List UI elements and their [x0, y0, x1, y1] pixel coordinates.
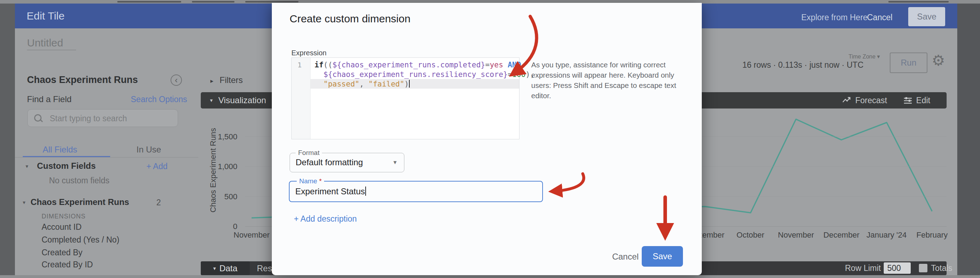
modal-title: Create custom dimension: [290, 13, 410, 25]
dimensions-section-header: DIMENSIONS: [41, 213, 86, 220]
field-item[interactable]: Account ID: [41, 222, 82, 232]
time-zone-dropdown[interactable]: Time Zone ▾: [848, 53, 880, 60]
field-search-input[interactable]: Start typing to search: [27, 109, 178, 127]
x-axis-tick: November: [778, 231, 814, 240]
add-description-link[interactable]: + Add description: [294, 214, 357, 224]
edit-tile-cancel-button[interactable]: Cancel: [867, 13, 892, 22]
line-number: 1: [292, 61, 307, 69]
view-group-header[interactable]: Chaos Experiment Runs: [30, 197, 129, 207]
tab-all-fields[interactable]: All Fields: [43, 145, 77, 155]
chevron-down-icon[interactable]: ▾: [25, 163, 29, 169]
totals-checkbox[interactable]: [919, 264, 928, 272]
explore-from-here-link[interactable]: Explore from Here: [801, 13, 868, 22]
forecast-button[interactable]: Forecast: [843, 96, 887, 105]
sliders-edit-icon: [903, 96, 913, 104]
edit-tile-save-button[interactable]: Save: [908, 7, 945, 26]
format-select[interactable]: Format Default formatting ▼: [290, 153, 404, 172]
find-a-field-label: Find a Field: [27, 94, 72, 104]
expression-label: Expression: [291, 49, 326, 57]
view-field-count: 2: [156, 198, 161, 207]
name-field[interactable]: Name * Experiment Status: [289, 181, 543, 202]
x-axis-tick: February: [916, 231, 948, 240]
custom-fields-header[interactable]: Custom Fields: [37, 161, 95, 171]
tile-title-underline: [27, 50, 76, 51]
x-axis-tick: December: [823, 231, 859, 240]
no-custom-fields-text: No custom fields: [49, 176, 110, 185]
data-label: Data: [219, 264, 237, 273]
browser-tab-smudge: [888, 1, 949, 3]
expression-code: if((${chaos_experiment_runs.completed}=y…: [315, 60, 535, 89]
forecast-icon: [843, 96, 852, 104]
tab-in-use[interactable]: In Use: [137, 145, 161, 155]
visualization-label: Visualization: [218, 95, 266, 105]
tile-title-input[interactable]: Untitled: [27, 37, 63, 49]
add-custom-field-link[interactable]: + Add: [146, 162, 167, 171]
x-axis-tick: November: [234, 231, 269, 240]
editor-gutter: 1: [292, 58, 310, 139]
field-search-placeholder: Start typing to search: [50, 110, 127, 127]
expression-code-editor[interactable]: 1 if((${chaos_experiment_runs.completed}…: [291, 57, 520, 139]
search-options-link[interactable]: Search Options: [131, 95, 187, 104]
x-axis-tick: January '24: [866, 231, 907, 240]
chevron-down-icon[interactable]: ▾: [23, 199, 25, 206]
query-stats: 16 rows · 0.113s · just now · UTC: [734, 60, 864, 70]
field-item[interactable]: Completed (Yes / No): [41, 235, 119, 245]
edit-tile-screen: Edit Tile Explore from Here Cancel Save …: [0, 0, 980, 278]
row-limit-input[interactable]: 500: [884, 262, 911, 274]
modal-save-button[interactable]: Save: [642, 246, 683, 267]
gear-icon[interactable]: ⚙: [932, 53, 945, 68]
y-axis-tick: 500: [199, 192, 237, 201]
run-button[interactable]: Run: [890, 52, 928, 73]
y-axis-tick: 0: [199, 222, 237, 231]
y-axis-tick: 1,500: [199, 132, 237, 142]
chevron-down-icon: ▾: [210, 97, 213, 104]
modal-cancel-button[interactable]: Cancel: [609, 252, 641, 262]
y-axis-tick: 1,000: [199, 162, 237, 171]
sidebar-explore-title: Chaos Experiment Runs: [27, 74, 138, 85]
chevron-down-icon: ▾: [213, 265, 216, 272]
field-item[interactable]: Created By ID: [41, 260, 93, 270]
chevron-down-icon: ▼: [392, 153, 398, 173]
text-cursor: [365, 186, 366, 196]
dialog-title: Edit Tile: [27, 10, 65, 22]
code-cursor: [409, 80, 410, 88]
chevron-right-icon[interactable]: ▸: [210, 77, 213, 85]
browser-tab-smudge: [192, 1, 234, 3]
window-left-edge: [0, 3, 15, 275]
browser-tab-smudge: [245, 1, 299, 3]
editor-assist-text: As you type, assistance for writing corr…: [531, 60, 698, 101]
edit-visualization-button[interactable]: Edit: [903, 96, 930, 105]
row-limit-label: Row Limit: [845, 264, 881, 273]
totals-label: Totals: [931, 264, 952, 273]
sidebar-divider: [15, 157, 198, 158]
name-field-value: Experiment Status: [295, 182, 366, 203]
create-custom-dimension-modal: Create custom dimension Expression 1 if(…: [272, 3, 702, 275]
field-item[interactable]: Created By: [41, 248, 83, 257]
format-selected-value: Default formatting: [296, 153, 363, 173]
x-axis-tick: October: [737, 231, 764, 240]
data-section-toggle[interactable]: ▾ Data: [201, 261, 250, 275]
search-icon-handle: [40, 119, 43, 122]
sidebar-collapse-icon[interactable]: ‹: [170, 74, 182, 86]
window-right-edge: [957, 3, 980, 275]
browser-tab-smudge: [117, 1, 181, 3]
filters-section-toggle[interactable]: Filters: [220, 75, 243, 85]
